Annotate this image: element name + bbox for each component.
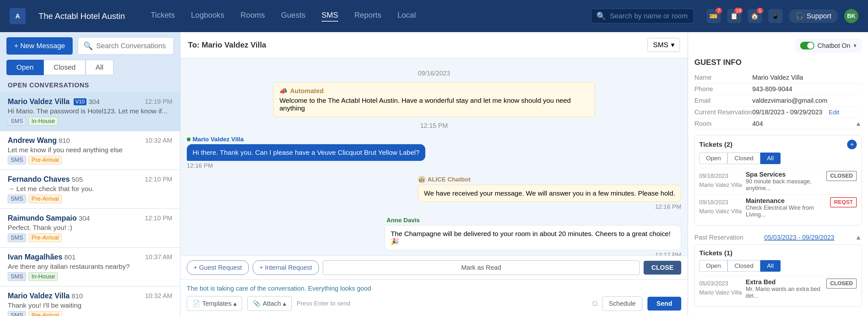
- conv-time: 10:37 AM: [145, 253, 172, 261]
- templates-button[interactable]: 📄 Templates ▴: [187, 296, 242, 311]
- conv-time: 12:10 PM: [145, 214, 172, 222]
- chevron-up-icon: ▴: [283, 300, 286, 307]
- logbooks-icon-btn[interactable]: 📋 19: [727, 9, 741, 23]
- guest-request-button[interactable]: + Guest Request: [187, 260, 249, 275]
- send-button[interactable]: Send: [648, 297, 681, 311]
- support-icon: 🎧: [795, 12, 804, 20]
- conv-time: 12:10 PM: [145, 176, 172, 183]
- left-panel: + New Message 🔍 Open Closed All OPEN CON…: [0, 32, 180, 316]
- mark-read-button[interactable]: Mark as Read: [323, 260, 640, 275]
- add-ticket-button[interactable]: +: [847, 140, 857, 149]
- search-icon: 🔍: [83, 41, 93, 50]
- channel-selector[interactable]: SMS ▾: [648, 38, 680, 52]
- input-toolbar: 📄 Templates ▴ 📎 Attach ▴ Press Enter to …: [187, 296, 681, 311]
- chevron-down-icon[interactable]: ▾: [854, 42, 857, 49]
- tag-sms: SMS: [8, 195, 26, 203]
- tag-prearrival: Pre-Arrival: [29, 156, 62, 165]
- attach-button[interactable]: 📎 Attach ▴: [247, 296, 291, 311]
- info-row-room: Room 404 ▲: [694, 118, 862, 130]
- search-conversations[interactable]: 🔍: [78, 37, 174, 55]
- ticket-tab-closed[interactable]: Closed: [727, 152, 760, 164]
- chatbot-toggle[interactable]: Chatbot On ▾: [795, 39, 862, 52]
- nav-guests[interactable]: Guests: [281, 10, 305, 22]
- conv-room: 810: [72, 292, 83, 300]
- nav-reports[interactable]: Reports: [354, 10, 381, 22]
- ticket-name: Extra Bed: [745, 278, 823, 286]
- chatbot-switch[interactable]: [800, 42, 814, 49]
- user-avatar[interactable]: BK: [844, 9, 858, 23]
- filter-tab-open[interactable]: Open: [6, 60, 44, 75]
- right-panel: Chatbot On ▾ GUEST INFO Name Mario Valde…: [688, 32, 868, 316]
- sender-name: ALICE Chatbot: [428, 176, 471, 183]
- internal-request-button[interactable]: + Internal Request: [253, 260, 319, 275]
- ticket-tab-open[interactable]: Open: [699, 152, 727, 164]
- past-reservation-1: Past Reservation 05/03/2023 - 09/29/2023…: [694, 231, 862, 307]
- tickets-header: Tickets (2) +: [699, 140, 857, 149]
- support-button[interactable]: 🎧 Support: [789, 9, 838, 23]
- online-dot: [187, 137, 191, 141]
- tag-sms: SMS: [8, 234, 26, 242]
- past-reservation-dates[interactable]: 05/03/2023 - 09/29/2023: [764, 234, 834, 241]
- email-value: valdezvimario@gmail.com: [752, 97, 828, 104]
- nav-rooms[interactable]: Rooms: [241, 10, 265, 22]
- ticket-item: 05/03/2023 Mario Valez Villa Extra Bed M…: [699, 276, 857, 302]
- nav-logbooks[interactable]: Logbooks: [191, 10, 224, 22]
- conversation-item[interactable]: Mario Valdez Villa 810 10:32 AM Thank yo…: [0, 286, 180, 316]
- conversation-item[interactable]: Mario Valdez Villa V10 304 12:19 PM Hi M…: [0, 92, 180, 131]
- ticket-desc: Mr. Mario wants an extra bed del...: [745, 286, 823, 299]
- phone-label: Phone: [694, 85, 752, 93]
- conv-preview: Hi Mario. The password is Hotel123. Let …: [8, 107, 172, 115]
- tag-sms: SMS: [8, 272, 26, 281]
- tag-prearrival: Pre-Arrival: [29, 234, 62, 242]
- conversation-item[interactable]: Fernando Chaves 505 12:10 PM → Let me ch…: [0, 170, 180, 209]
- filter-tab-closed[interactable]: Closed: [44, 60, 86, 75]
- nav-sms[interactable]: SMS: [321, 10, 338, 22]
- chevron-up-icon[interactable]: ▲: [855, 120, 862, 128]
- message-time: 12:17 PM: [384, 251, 681, 256]
- tickets-badge: 7: [716, 8, 722, 13]
- schedule-button[interactable]: Schedule: [602, 296, 642, 311]
- message-time: 12:16 PM: [418, 203, 681, 210]
- conv-preview: Perfect. Thank you! :): [8, 224, 172, 232]
- conv-vip-badge: V10: [73, 98, 87, 105]
- mobile-icon-btn[interactable]: 📱: [768, 9, 782, 23]
- edit-reservation-link[interactable]: Edit: [829, 109, 839, 116]
- info-table: Name Mario Valdez Villa Phone 943-809-90…: [694, 72, 862, 130]
- message-row: 📣 Automated Welcome to the The Actabl Ho…: [187, 82, 681, 130]
- info-row-name: Name Mario Valdez Villa: [694, 72, 862, 83]
- app-logo[interactable]: A: [10, 8, 26, 24]
- nav-tickets[interactable]: Tickets: [151, 10, 175, 22]
- ticket-tab-all[interactable]: All: [760, 260, 780, 272]
- conv-room: 810: [59, 137, 70, 144]
- past-reservation-label: Past Reservation: [694, 234, 743, 241]
- chevron-up-icon[interactable]: ▲: [855, 234, 862, 241]
- conversation-item[interactable]: Raimundo Sampaio 304 12:10 PM Perfect. T…: [0, 209, 180, 248]
- conv-preview: → Let me check that for you.: [8, 185, 172, 193]
- tag-sms: SMS: [8, 117, 26, 126]
- global-search-input[interactable]: [610, 12, 688, 20]
- filter-tab-all[interactable]: All: [86, 60, 113, 75]
- message-row: Anne Davis The Champagne will be deliver…: [187, 217, 681, 256]
- rooms-icon-btn[interactable]: 🏠 1: [748, 9, 762, 23]
- conversation-item[interactable]: Andrew Wang 810 10:32 AM Let me know if …: [0, 131, 180, 170]
- ticket-tab-all[interactable]: All: [760, 152, 780, 164]
- conversation-item[interactable]: Ivan Magalhães 801 10:37 AM Are there an…: [0, 248, 180, 286]
- search-conversations-input[interactable]: [96, 42, 168, 50]
- global-search[interactable]: 🔍: [591, 9, 694, 24]
- ticket-tab-closed[interactable]: Closed: [727, 260, 760, 272]
- past-reservation-header-2[interactable]: Past Reservation 10/11/2022 - 15/11/2022…: [694, 312, 862, 316]
- press-enter-checkbox[interactable]: [593, 302, 597, 306]
- guest-info-title: GUEST INFO: [694, 58, 862, 67]
- past-reservation-header[interactable]: Past Reservation 05/03/2023 - 09/29/2023…: [694, 231, 862, 244]
- navbar: A The Actabl Hotel Austin Tickets Logboo…: [0, 0, 868, 32]
- reservation-dates-link[interactable]: 09/18/2023 - 09/29/2023: [752, 109, 823, 116]
- nav-local[interactable]: Local: [397, 10, 416, 22]
- attach-icon: 📎: [253, 300, 261, 307]
- close-conversation-button[interactable]: CLOSE: [644, 261, 681, 275]
- ticket-desc: Check Electrical Wire from Living...: [745, 205, 826, 218]
- ticket-guest: Mario Valez Villa: [699, 289, 742, 296]
- tickets-icon-btn[interactable]: 🎫 7: [707, 9, 721, 23]
- ticket-tab-open[interactable]: Open: [699, 260, 727, 272]
- bot-note-link[interactable]: Everything looks good: [308, 285, 371, 292]
- new-message-button[interactable]: + New Message: [6, 37, 73, 55]
